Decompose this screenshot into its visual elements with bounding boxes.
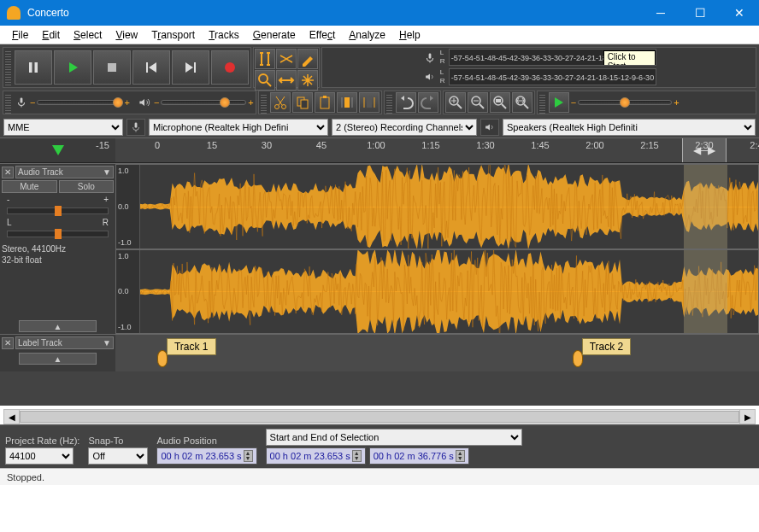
redo-button[interactable]	[418, 92, 438, 113]
zoom-in-button[interactable]	[445, 92, 466, 113]
fit-project-button[interactable]	[512, 92, 532, 113]
gain-slider[interactable]	[7, 208, 109, 214]
speaker-meter-icon[interactable]	[421, 68, 438, 87]
solo-button[interactable]: Solo	[59, 180, 115, 193]
skip-start-button[interactable]	[132, 50, 170, 85]
mute-button[interactable]: Mute	[2, 180, 57, 193]
label-track-content[interactable]: Track 1Track 2	[115, 335, 759, 371]
cut-button[interactable]	[270, 92, 291, 113]
pause-button[interactable]	[15, 50, 52, 85]
copy-button[interactable]	[292, 92, 313, 113]
menu-tracks[interactable]: Tracks	[202, 27, 246, 43]
timeshift-tool-button[interactable]	[276, 70, 297, 91]
timeline-tick: 0	[155, 140, 160, 150]
mic-icon	[15, 96, 28, 108]
mic-meter-icon[interactable]	[421, 49, 438, 67]
audio-track-content[interactable]: 1.00.0-1.0 1.00.0-1.0	[115, 164, 759, 334]
label-track-collapse-button[interactable]: ▲	[19, 353, 97, 365]
playback-meter[interactable]: -57-54-51-48-45-42-39-36-33-30-27-24-21-…	[449, 68, 656, 85]
track-format-label: Stereo, 44100Hz	[2, 244, 114, 254]
label-track-close-button[interactable]: ✕	[2, 337, 14, 349]
stop-button[interactable]	[93, 50, 131, 85]
record-button[interactable]	[211, 50, 249, 85]
minimize-button[interactable]: ─	[641, 0, 680, 26]
waveform-right[interactable]: 1.00.0-1.0	[115, 249, 759, 335]
envelope-tool-button[interactable]	[276, 49, 297, 69]
selection-tool-button[interactable]	[255, 49, 275, 69]
menu-effect[interactable]: Effect	[303, 27, 342, 43]
menu-select[interactable]: Select	[67, 27, 109, 43]
waveform-left[interactable]: 1.00.0-1.0	[115, 164, 759, 249]
timeline-ruler[interactable]: ◀─▶ -1501530451:001:151:301:452:002:152:…	[115, 138, 759, 162]
selection-start-spinner[interactable]: 00 h 02 m 23.653 s▲▼	[266, 447, 366, 465]
label-text[interactable]: Track 1	[167, 338, 216, 355]
track-close-button[interactable]: ✕	[2, 167, 14, 178]
toolbar-grip[interactable]	[5, 93, 11, 114]
track-menu-button[interactable]: Audio Track▼	[15, 166, 114, 178]
fit-selection-button[interactable]	[490, 92, 510, 113]
scroll-right-button[interactable]: ▶	[739, 410, 755, 424]
audio-host-select[interactable]: MME	[3, 119, 123, 136]
timeline-tick: 2:15	[640, 140, 658, 150]
play-button[interactable]	[54, 50, 91, 85]
toolbar-row-1: LR Click to Start Monitoring -57-54-51-4…	[0, 44, 759, 91]
pan-slider[interactable]	[7, 231, 109, 237]
menu-edit[interactable]: Edit	[35, 27, 67, 43]
track-collapse-button[interactable]: ▲	[19, 320, 97, 332]
svg-point-13	[274, 105, 279, 109]
draw-tool-button[interactable]	[297, 49, 318, 69]
skip-end-button[interactable]	[172, 50, 209, 85]
scroll-left-button[interactable]: ◀	[4, 410, 20, 424]
scroll-thumb[interactable]	[20, 411, 739, 423]
device-toolbar: MME Microphone (Realtek High Defini 2 (S…	[0, 117, 759, 137]
silence-button[interactable]	[359, 92, 380, 113]
label-track-menu-button[interactable]: Label Track▼	[15, 336, 114, 349]
maximize-button[interactable]: ☐	[680, 0, 720, 26]
menu-file[interactable]: File	[5, 27, 35, 43]
toolbar-grip[interactable]	[539, 93, 545, 114]
horizontal-scrollbar[interactable]: ◀ ▶	[3, 409, 756, 424]
trim-button[interactable]	[337, 92, 357, 113]
timeline-tick: 1:45	[531, 140, 549, 150]
menu-analyze[interactable]: Analyze	[342, 27, 392, 43]
paste-button[interactable]	[315, 92, 335, 113]
selection-mode-select[interactable]: Start and End of Selection	[266, 429, 522, 446]
menu-view[interactable]: View	[109, 27, 144, 43]
play-at-speed-button[interactable]	[549, 92, 569, 113]
recording-channels-select[interactable]: 2 (Stereo) Recording Channels	[332, 119, 477, 136]
label-text[interactable]: Track 2	[582, 338, 632, 355]
multi-tool-button[interactable]	[297, 70, 318, 91]
undo-button[interactable]	[396, 92, 416, 113]
svg-point-14	[281, 105, 285, 109]
recording-device-select[interactable]: Microphone (Realtek High Defini	[149, 119, 328, 136]
wave-selection-left	[684, 165, 727, 248]
zoom-out-button[interactable]	[468, 92, 488, 113]
zoom-tool-button[interactable]	[255, 70, 275, 91]
undo-toolbar	[384, 91, 441, 114]
recording-volume-slider[interactable]	[37, 100, 122, 105]
playhead-icon[interactable]	[52, 145, 64, 155]
scroll-track[interactable]	[20, 410, 739, 424]
toolbar-grip[interactable]	[386, 93, 392, 114]
label-marker[interactable]: Track 2	[573, 338, 632, 367]
menu-generate[interactable]: Generate	[246, 27, 303, 43]
snap-to-select[interactable]: Off	[88, 447, 148, 465]
selection-end-spinner[interactable]: 00 h 02 m 36.776 s▲▼	[369, 447, 469, 465]
playback-device-select[interactable]: Speakers (Realtek High Definiti	[503, 119, 756, 136]
playback-volume-slider[interactable]	[161, 100, 246, 105]
selection-toolbar: Project Rate (Hz): 44100 Snap-To Off Aud…	[0, 424, 759, 468]
menu-help[interactable]: Help	[392, 27, 427, 43]
project-rate-select[interactable]: 44100	[5, 447, 74, 465]
toolbar-grip[interactable]	[261, 93, 267, 114]
menu-transport[interactable]: Transport	[144, 27, 202, 43]
close-button[interactable]: ✕	[720, 0, 759, 26]
label-marker[interactable]: Track 1	[157, 338, 216, 367]
svg-marker-7	[185, 62, 193, 73]
timeline-tick: 1:30	[476, 140, 494, 150]
playback-speed-slider[interactable]	[578, 100, 672, 105]
timeline-tick: 2:30	[695, 140, 713, 150]
recording-meter[interactable]: Click to Start Monitoring -57-54-51-48-4…	[449, 49, 656, 66]
audio-position-spinner[interactable]: 00 h 02 m 23.653 s▲▼	[156, 447, 256, 465]
rec-vol-minus: −	[30, 97, 35, 108]
toolbar-grip[interactable]	[5, 50, 11, 85]
